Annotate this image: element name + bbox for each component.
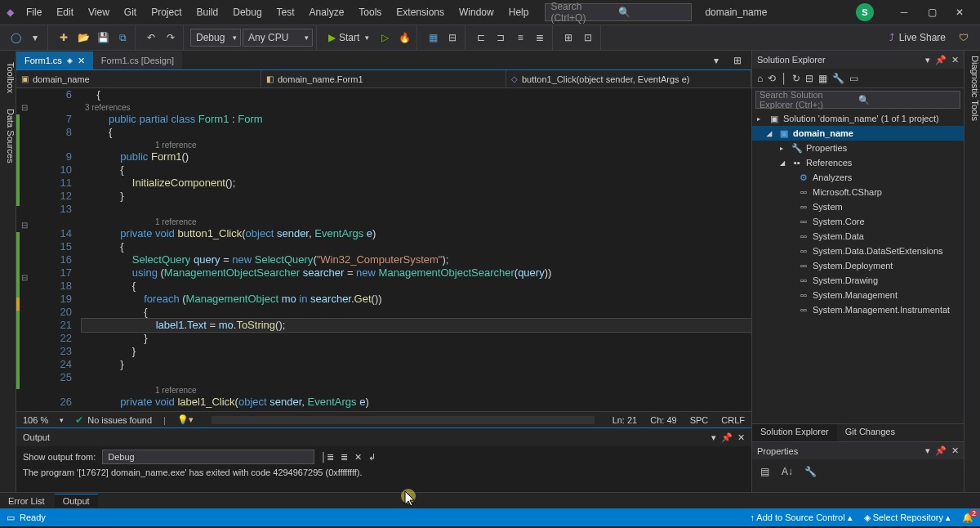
tree-properties[interactable]: ▸🔧Properties [752,141,964,155]
se-home-icon[interactable]: ⌂ [757,73,763,84]
output-clear-icon[interactable]: ✕ [354,452,362,463]
se-sync-icon[interactable]: ⟲ [768,73,776,84]
window-maximize[interactable]: ▢ [918,0,946,25]
toolbox-tab[interactable]: Toolbox [4,60,17,95]
editor-hscroll[interactable] [212,416,595,424]
select-repo-button[interactable]: ◈ Select Repository ▴ [864,512,951,523]
tool-icon-1[interactable]: ▦ [424,29,442,47]
doc-window-icon[interactable]: ⊞ [728,51,746,69]
align-icon-4[interactable]: ≣ [531,29,549,47]
redo-icon[interactable]: ↷ [162,29,180,47]
indent-indicator[interactable]: SPC [690,415,709,425]
panel-dropdown-icon[interactable]: ▾ [711,432,716,443]
tree-project[interactable]: ◢▣domain_name [752,126,964,141]
config-dropdown[interactable]: Debug [190,29,241,47]
tree-ref-item[interactable]: ▫▫System.Data [752,229,964,244]
menu-debug[interactable]: Debug [226,2,268,23]
lightbulb-icon[interactable]: 💡▾ [177,414,194,425]
window-close[interactable]: ✕ [946,0,973,25]
nav-member[interactable]: ◇button1_Click(object sender, EventArgs … [506,70,751,87]
fold-icon[interactable]: ⊟ [21,221,28,230]
undo-icon[interactable]: ↶ [142,29,160,47]
se-collapse-icon[interactable]: ⊟ [805,73,813,84]
open-icon[interactable]: 📂 [74,29,92,47]
sidetab-solution-explorer[interactable]: Solution Explorer [752,424,837,441]
tab-form1-cs[interactable]: Form1.cs ◈ ✕ [16,51,93,69]
notifications-button[interactable]: 🔔2 [962,512,973,523]
datasources-tab[interactable]: Data Sources [4,107,17,165]
diagnostics-tab[interactable]: Diagnostic Tools [970,56,980,121]
tree-ref-item[interactable]: ▫▫System.Data.DataSetExtensions [752,244,964,258]
save-all-icon[interactable]: ⧉ [114,29,131,47]
output-wrap-icon[interactable]: ↲ [368,452,376,463]
code-editor[interactable]: ⊟ ⊟ ⊟ 6 7 8 9 10 11 12 13 14 15 16 17 1 [16,88,751,411]
nav-back-icon[interactable]: ◯ [7,29,24,47]
prop-cat-icon[interactable]: ▤ [755,463,773,481]
panel-close-icon[interactable]: ✕ [737,432,745,443]
output-tool-icon[interactable]: │≣ [321,452,334,463]
output-tool-icon2[interactable]: ≣ [341,452,348,463]
save-icon[interactable]: 💾 [94,29,112,47]
line-indicator[interactable]: Ln: 21 [612,415,638,425]
eol-indicator[interactable]: CRLF [721,415,745,425]
no-issues-indicator[interactable]: ✔No issues found [75,414,152,426]
tree-ref-item[interactable]: ▫▫System.Deployment [752,258,964,273]
window-minimize[interactable]: ─ [890,0,918,25]
se-showall-icon[interactable]: ▦ [818,73,827,84]
global-search[interactable]: Search (Ctrl+Q) 🔍 [545,3,692,21]
tab-form1-design[interactable]: Form1.cs [Design] [93,51,182,69]
prop-alpha-icon[interactable]: A↓ [778,463,796,481]
se-preview-icon[interactable]: ▭ [849,73,858,84]
menu-view[interactable]: View [82,2,116,23]
tree-ref-item[interactable]: ▫▫Microsoft.CSharp [752,185,964,199]
col-indicator[interactable]: Ch: 49 [650,415,676,425]
tree-ref-item[interactable]: ▫▫System.Core [752,214,964,229]
menu-window[interactable]: Window [452,2,501,23]
new-item-icon[interactable]: ✚ [55,29,73,47]
pin-icon[interactable]: ◈ [67,56,73,65]
solution-search[interactable]: Search Solution Explorer (Ctrl+;) 🔍 [755,91,960,109]
close-tab-icon[interactable]: ✕ [78,56,85,66]
liveshare-icon[interactable]: ⤴ [889,32,894,43]
source-control-button[interactable]: ↑ Add to Source Control ▴ [750,512,852,523]
nav-fwd-icon[interactable]: ▾ [26,29,44,47]
user-avatar[interactable]: S [856,3,874,21]
prop-close-icon[interactable]: ✕ [951,445,959,456]
output-source-dropdown[interactable]: Debug [102,450,314,464]
menu-project[interactable]: Project [145,2,188,23]
tree-ref-item[interactable]: ▫▫System.Drawing [752,273,964,288]
menu-extensions[interactable]: Extensions [390,2,451,23]
start-button[interactable]: ▶Start▾ [323,29,374,47]
menu-git[interactable]: Git [118,2,143,23]
platform-dropdown[interactable]: Any CPU [243,29,313,47]
tree-ref-item[interactable]: ▫▫System [752,199,964,214]
menu-analyze[interactable]: Analyze [303,2,351,23]
align-icon-3[interactable]: ≡ [511,29,529,47]
sidetab-git-changes[interactable]: Git Changes [837,424,903,441]
hot-reload-icon[interactable]: 🔥 [395,29,413,47]
tree-references[interactable]: ◢▪▪References [752,155,964,170]
se-close-icon[interactable]: ✕ [951,55,959,65]
nav-scope[interactable]: ▣domain_name [16,70,261,87]
fold-icon[interactable]: ⊟ [21,103,28,112]
start-noDebug-icon[interactable]: ▷ [376,29,394,47]
layout-icon-1[interactable]: ⊞ [559,29,577,47]
align-icon-2[interactable]: ⊐ [492,29,510,47]
menu-build[interactable]: Build [190,2,225,23]
paneltab-errorlist[interactable]: Error List [0,494,53,508]
menu-edit[interactable]: Edit [50,2,80,23]
menu-tools[interactable]: Tools [352,2,388,23]
paneltab-output[interactable]: Output [55,494,98,508]
nav-class[interactable]: ◧domain_name.Form1 [261,70,506,87]
menu-test[interactable]: Test [270,2,301,23]
menu-help[interactable]: Help [502,2,536,23]
align-icon-1[interactable]: ⊏ [472,29,490,47]
tree-ref-item[interactable]: ⚙Analyzers [752,170,964,185]
se-pin-icon[interactable]: 📌 [935,55,947,65]
doc-dropdown-icon[interactable]: ▾ [707,51,725,69]
prop-wrench-icon[interactable]: 🔧 [801,463,819,481]
se-dropdown-icon[interactable]: ▾ [925,55,930,65]
se-prop-icon[interactable]: 🔧 [832,73,844,84]
tree-solution[interactable]: ▸▣Solution 'domain_name' (1 of 1 project… [752,111,964,126]
menu-file[interactable]: File [20,2,48,23]
